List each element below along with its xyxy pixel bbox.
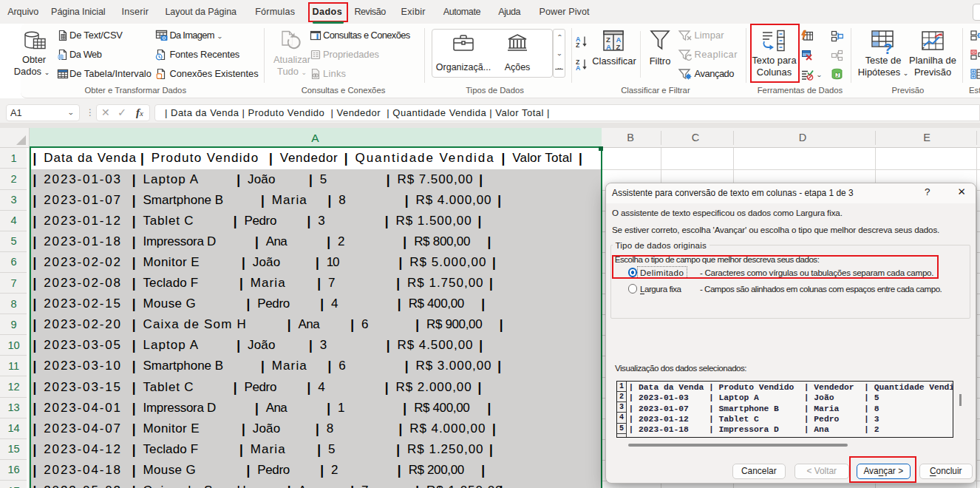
svg-text:A: A: [606, 43, 611, 51]
svg-text:Z: Z: [616, 43, 621, 51]
svg-text:A: A: [576, 64, 580, 71]
svg-text:Z: Z: [576, 41, 579, 48]
svg-text:J: J: [836, 72, 839, 78]
svg-text:?: ?: [883, 41, 892, 55]
